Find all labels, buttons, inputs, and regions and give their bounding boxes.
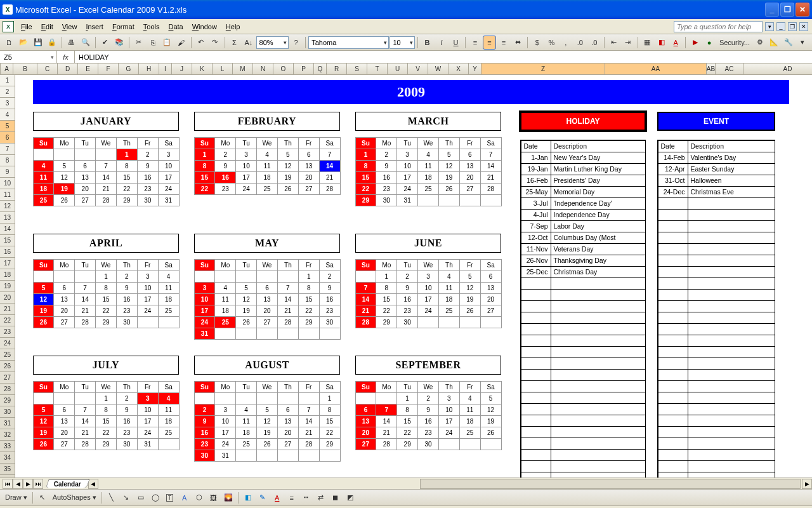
- day-cell[interactable]: 6: [256, 282, 278, 294]
- day-cell[interactable]: 22: [396, 427, 418, 439]
- col-header-B[interactable]: B: [13, 64, 37, 74]
- day-cell[interactable]: 28: [355, 316, 377, 328]
- day-cell[interactable]: 5: [480, 392, 502, 404]
- day-cell[interactable]: 29: [298, 316, 320, 328]
- day-cell[interactable]: 19: [277, 171, 299, 184]
- day-cell[interactable]: [194, 392, 216, 404]
- day-cell[interactable]: 25: [158, 427, 180, 439]
- day-cell[interactable]: 3: [194, 282, 216, 294]
- textbox-icon[interactable]: 🅃: [163, 491, 177, 505]
- day-cell[interactable]: [298, 450, 320, 462]
- percent-icon[interactable]: %: [545, 36, 558, 50]
- day-cell[interactable]: 2: [214, 149, 236, 161]
- day-cell[interactable]: 25: [417, 183, 439, 195]
- day-cell[interactable]: 13: [256, 293, 278, 305]
- day-cell[interactable]: 14: [298, 415, 320, 427]
- day-cell[interactable]: 22: [355, 183, 377, 195]
- day-cell[interactable]: [256, 328, 278, 340]
- sheet-tab-calendar[interactable]: Calendar: [45, 479, 89, 488]
- row-header-19[interactable]: 19: [0, 281, 15, 292]
- close-button[interactable]: ✕: [796, 3, 809, 17]
- macro-record-icon[interactable]: ●: [702, 36, 716, 50]
- day-cell[interactable]: 21: [480, 171, 502, 184]
- menu-window[interactable]: Window: [188, 22, 221, 32]
- day-cell[interactable]: [438, 316, 460, 328]
- day-cell[interactable]: 11: [417, 160, 439, 172]
- worksheet[interactable]: 2009 JANUARYSuMoTuWeThFrSa12345678910111…: [15, 75, 812, 478]
- list-desc[interactable]: Veterans Day: [551, 243, 646, 255]
- day-cell[interactable]: 27: [53, 438, 75, 450]
- day-cell[interactable]: 2: [116, 271, 138, 283]
- day-cell[interactable]: 18: [158, 293, 180, 305]
- day-cell[interactable]: 25: [158, 305, 180, 317]
- day-cell[interactable]: 23: [417, 427, 439, 439]
- day-cell[interactable]: 3: [137, 392, 159, 404]
- list-date[interactable]: 1-Jan: [521, 152, 551, 164]
- day-cell[interactable]: [214, 271, 236, 283]
- col-header-U[interactable]: U: [388, 64, 408, 74]
- col-header-E[interactable]: E: [78, 64, 98, 74]
- row-header-33[interactable]: 33: [0, 441, 15, 452]
- day-cell[interactable]: 6: [298, 149, 320, 161]
- row-header-17[interactable]: 17: [0, 258, 15, 269]
- day-cell[interactable]: 29: [116, 194, 138, 206]
- day-cell[interactable]: 17: [194, 305, 216, 317]
- col-header-J[interactable]: J: [172, 64, 192, 74]
- day-cell[interactable]: 17: [158, 171, 180, 184]
- day-cell[interactable]: 30: [396, 316, 418, 328]
- day-cell[interactable]: 16: [376, 171, 397, 184]
- day-cell[interactable]: [33, 392, 55, 404]
- autosum-icon[interactable]: Σ: [228, 36, 241, 50]
- underline-button[interactable]: U: [449, 36, 462, 50]
- list-desc[interactable]: Presidents' Day: [551, 175, 646, 187]
- day-cell[interactable]: 28: [319, 183, 341, 195]
- list-desc[interactable]: Martin Luther King Day: [551, 163, 646, 175]
- day-cell[interactable]: 6: [53, 282, 75, 294]
- day-cell[interactable]: 14: [74, 293, 96, 305]
- list-desc[interactable]: Columbus Day (Most: [551, 232, 646, 244]
- research-icon[interactable]: 📚: [112, 36, 126, 50]
- day-cell[interactable]: 4: [459, 392, 481, 404]
- rectangle-icon[interactable]: ▭: [134, 491, 148, 505]
- day-cell[interactable]: 19: [33, 305, 55, 317]
- design-mode-icon[interactable]: 📐: [767, 36, 780, 50]
- day-cell[interactable]: [214, 392, 236, 404]
- col-header-M[interactable]: M: [233, 64, 253, 74]
- day-cell[interactable]: [438, 194, 460, 206]
- day-cell[interactable]: 4: [235, 404, 257, 416]
- day-cell[interactable]: 12: [480, 404, 502, 416]
- day-cell[interactable]: 27: [277, 438, 299, 450]
- day-cell[interactable]: 10: [396, 160, 418, 172]
- day-cell[interactable]: 26: [459, 305, 481, 317]
- col-header-K[interactable]: K: [192, 64, 213, 74]
- day-cell[interactable]: 1: [298, 271, 320, 283]
- day-cell[interactable]: 14: [480, 160, 502, 172]
- row-header-24[interactable]: 24: [0, 338, 15, 349]
- menu-data[interactable]: Data: [164, 22, 187, 32]
- day-cell[interactable]: 28: [277, 316, 299, 328]
- list-desc[interactable]: Christmas Day: [551, 266, 646, 278]
- day-cell[interactable]: 22: [376, 305, 397, 317]
- wordart-icon[interactable]: A: [178, 491, 192, 505]
- help-icon[interactable]: ?: [289, 36, 303, 50]
- day-cell[interactable]: 1: [95, 271, 117, 283]
- oval-icon[interactable]: ◯: [148, 491, 162, 505]
- day-cell[interactable]: 25: [256, 183, 278, 195]
- font-dropdown[interactable]: Tahoma: [308, 36, 389, 49]
- day-cell[interactable]: 8: [355, 160, 377, 172]
- day-cell[interactable]: 1: [95, 392, 117, 404]
- day-cell[interactable]: 1: [319, 392, 341, 404]
- vba-icon[interactable]: ⚙: [753, 36, 766, 50]
- zoom-dropdown[interactable]: 80%: [256, 36, 289, 49]
- day-cell[interactable]: 23: [214, 183, 236, 195]
- list-desc[interactable]: Valentine's Day: [688, 152, 775, 164]
- day-cell[interactable]: 7: [95, 160, 117, 172]
- day-cell[interactable]: 30: [417, 438, 439, 450]
- day-cell[interactable]: [74, 149, 96, 161]
- day-cell[interactable]: 6: [480, 271, 502, 283]
- hscroll-left-icon[interactable]: ◀: [88, 479, 98, 489]
- col-header-W[interactable]: W: [428, 64, 449, 74]
- day-cell[interactable]: 8: [396, 404, 418, 416]
- increase-indent-icon[interactable]: ⇥: [621, 36, 634, 50]
- day-cell[interactable]: 3: [438, 392, 460, 404]
